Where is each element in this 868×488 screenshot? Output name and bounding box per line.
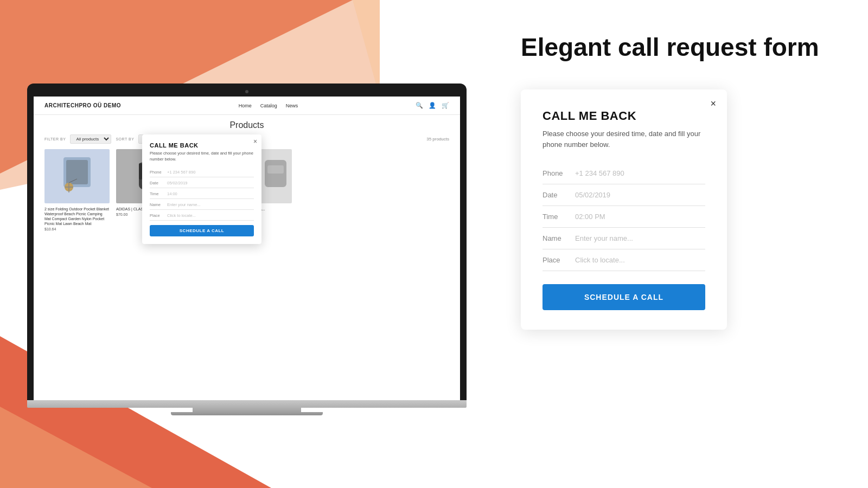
modal-field-name: Name Enter your name...	[542, 228, 705, 249]
product-name-4: A...	[259, 207, 292, 211]
left-section: ARCHITECHPRO OÜ DEMO Home Catalog News 🔍…	[0, 0, 494, 488]
modal-field-time: Time 02:00 PM	[542, 206, 705, 228]
place-value: Click to locate...	[167, 213, 196, 218]
search-icon[interactable]: 🔍	[416, 102, 423, 109]
modal-field-date: Date 05/02/2019	[542, 184, 705, 206]
modal-time-label: Time	[542, 213, 575, 221]
products-title: Products	[44, 120, 449, 130]
laptop-stand	[193, 408, 301, 412]
store-nav-icons: 🔍 👤 🛒	[416, 102, 449, 109]
modal-small-title: CALL ME BACK	[150, 142, 254, 149]
modal-place-label: Place	[542, 256, 575, 264]
nav-news[interactable]: News	[286, 103, 298, 108]
product-card-4: A... $	[259, 149, 292, 231]
modal-card-title: CALL ME BACK	[542, 109, 705, 123]
date-label: Date	[150, 181, 167, 185]
schedule-call-button-small[interactable]: SCHEDULE A CALL	[150, 225, 254, 236]
page-title: Elegant call request form	[521, 33, 841, 62]
sort-by-label: SORT BY	[116, 137, 134, 141]
laptop-bezel: ARCHITECHPRO OÜ DEMO Home Catalog News 🔍…	[27, 84, 467, 400]
modal-date-label: Date	[542, 191, 575, 199]
modal-field-place: Place Click to locate...	[542, 249, 705, 271]
time-value: 14:00	[167, 191, 177, 196]
nav-catalog[interactable]: Catalog	[260, 103, 277, 108]
product-image-1[interactable]	[44, 149, 110, 203]
modal-name-label: Name	[542, 234, 575, 242]
modal-card-close-button[interactable]: ×	[710, 98, 716, 110]
date-value: 05/02/2019	[167, 181, 188, 185]
account-icon[interactable]: 👤	[429, 102, 436, 109]
products-count: 35 products	[426, 137, 449, 142]
store-nav: Home Catalog News	[239, 103, 298, 108]
svg-rect-6	[66, 160, 88, 184]
modal-card-subtitle: Please choose your desired time, date an…	[542, 129, 705, 150]
right-section: Elegant call request form × CALL ME BACK…	[494, 0, 868, 488]
laptop-camera	[245, 90, 248, 93]
modal-small-close-button[interactable]: ×	[253, 138, 257, 145]
time-label: Time	[150, 191, 167, 196]
phone-label: Phone	[150, 170, 167, 175]
modal-small-field-date: Date 05/02/2019	[150, 178, 254, 188]
place-label: Place	[150, 213, 167, 218]
phone-value: +1 234 567 890	[167, 170, 195, 175]
modal-field-phone: Phone +1 234 567 890	[542, 163, 705, 184]
modal-small-field-phone: Phone +1 234 567 890	[150, 168, 254, 177]
product-card: 2 size Folding Outdoor Pocket Blanket Wa…	[44, 149, 110, 231]
laptop-mockup: ARCHITECHPRO OÜ DEMO Home Catalog News 🔍…	[27, 84, 467, 415]
product-name-1: 2 size Folding Outdoor Pocket Blanket Wa…	[44, 207, 110, 226]
filter-select[interactable]: All products	[70, 134, 111, 144]
modal-phone-label: Phone	[542, 169, 575, 177]
modal-card-large: × CALL ME BACK Please choose your desire…	[521, 89, 727, 330]
product-image-4[interactable]	[259, 149, 292, 203]
modal-place-value[interactable]: Click to locate...	[575, 256, 625, 264]
product-price-1: $10.64	[44, 227, 110, 231]
svg-rect-26	[267, 165, 284, 174]
modal-time-value[interactable]: 02:00 PM	[575, 213, 605, 221]
modal-small: × CALL ME BACK Please choose your desire…	[142, 134, 261, 244]
modal-small-field-place: Place Click to locate...	[150, 211, 254, 221]
modal-small-subtitle: Please choose your desired time, date an…	[150, 151, 254, 162]
modal-date-value[interactable]: 05/02/2019	[575, 191, 610, 199]
modal-name-value[interactable]: Enter your name...	[575, 234, 633, 242]
store-logo: ARCHITECHPRO OÜ DEMO	[44, 102, 121, 108]
name-label: Name	[150, 202, 167, 207]
laptop-base	[27, 400, 467, 408]
modal-small-field-name: Name Enter your name...	[150, 200, 254, 210]
filter-by-label: FILTER BY	[44, 137, 66, 141]
name-value: Enter your name...	[167, 202, 201, 207]
laptop-screen: ARCHITECHPRO OÜ DEMO Home Catalog News 🔍…	[34, 97, 460, 400]
nav-home[interactable]: Home	[239, 103, 252, 108]
cart-icon[interactable]: 🛒	[442, 102, 449, 109]
schedule-call-button-large[interactable]: SCHEDULE A CALL	[542, 284, 705, 310]
modal-phone-value[interactable]: +1 234 567 890	[575, 169, 624, 177]
store-header: ARCHITECHPRO OÜ DEMO Home Catalog News 🔍…	[34, 97, 460, 115]
laptop-foot	[171, 412, 323, 415]
product-price-4: $	[259, 213, 292, 216]
main-container: ARCHITECHPRO OÜ DEMO Home Catalog News 🔍…	[0, 0, 868, 488]
modal-small-field-time: Time 14:00	[150, 189, 254, 199]
